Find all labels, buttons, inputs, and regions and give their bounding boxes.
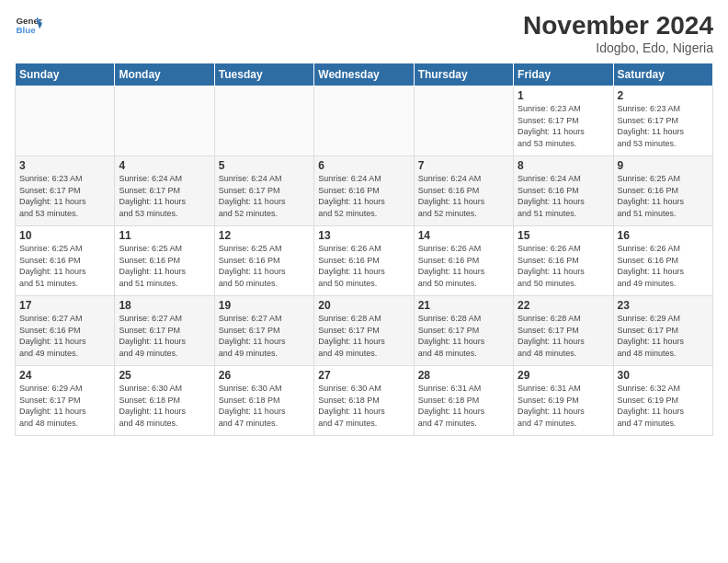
day-cell: 26Sunrise: 6:30 AM Sunset: 6:18 PM Dayli…: [214, 366, 313, 436]
day-number: 18: [119, 299, 210, 312]
day-info: Sunrise: 6:28 AM Sunset: 6:17 PM Dayligh…: [418, 313, 509, 359]
day-info: Sunrise: 6:23 AM Sunset: 6:17 PM Dayligh…: [618, 103, 709, 149]
day-number: 17: [19, 299, 110, 312]
title-section: November 2024 Idogbo, Edo, Nigeria: [523, 11, 713, 55]
day-cell: 25Sunrise: 6:30 AM Sunset: 6:18 PM Dayli…: [115, 366, 214, 436]
day-number: 21: [418, 299, 509, 312]
day-header-monday: Monday: [115, 63, 214, 86]
day-info: Sunrise: 6:24 AM Sunset: 6:16 PM Dayligh…: [518, 173, 609, 219]
day-number: 8: [518, 159, 609, 172]
day-cell: 27Sunrise: 6:30 AM Sunset: 6:18 PM Dayli…: [314, 366, 414, 436]
day-cell: 16Sunrise: 6:26 AM Sunset: 6:16 PM Dayli…: [613, 226, 712, 296]
day-info: Sunrise: 6:27 AM Sunset: 6:16 PM Dayligh…: [19, 313, 110, 359]
day-number: 25: [119, 369, 210, 382]
day-cell: [214, 86, 313, 156]
day-cell: 21Sunrise: 6:28 AM Sunset: 6:17 PM Dayli…: [414, 296, 513, 366]
day-cell: 4Sunrise: 6:24 AM Sunset: 6:17 PM Daylig…: [115, 156, 214, 226]
day-header-thursday: Thursday: [414, 63, 513, 86]
day-cell: 19Sunrise: 6:27 AM Sunset: 6:17 PM Dayli…: [214, 296, 313, 366]
day-number: 2: [618, 89, 709, 102]
week-row-3: 10Sunrise: 6:25 AM Sunset: 6:16 PM Dayli…: [16, 226, 713, 296]
day-number: 20: [318, 299, 409, 312]
day-info: Sunrise: 6:26 AM Sunset: 6:16 PM Dayligh…: [618, 243, 709, 289]
day-number: 5: [219, 159, 310, 172]
day-header-tuesday: Tuesday: [214, 63, 313, 86]
day-info: Sunrise: 6:25 AM Sunset: 6:16 PM Dayligh…: [119, 243, 210, 289]
day-info: Sunrise: 6:23 AM Sunset: 6:17 PM Dayligh…: [518, 103, 609, 149]
day-cell: 29Sunrise: 6:31 AM Sunset: 6:19 PM Dayli…: [514, 366, 613, 436]
day-number: 4: [119, 159, 210, 172]
day-info: Sunrise: 6:31 AM Sunset: 6:18 PM Dayligh…: [418, 383, 509, 429]
day-cell: 23Sunrise: 6:29 AM Sunset: 6:17 PM Dayli…: [613, 296, 712, 366]
day-info: Sunrise: 6:30 AM Sunset: 6:18 PM Dayligh…: [219, 383, 310, 429]
day-info: Sunrise: 6:30 AM Sunset: 6:18 PM Dayligh…: [119, 383, 210, 429]
day-cell: 18Sunrise: 6:27 AM Sunset: 6:17 PM Dayli…: [115, 296, 214, 366]
day-cell: 13Sunrise: 6:26 AM Sunset: 6:16 PM Dayli…: [314, 226, 414, 296]
page: General Blue November 2024 Idogbo, Edo, …: [0, 0, 728, 563]
day-cell: 10Sunrise: 6:25 AM Sunset: 6:16 PM Dayli…: [16, 226, 115, 296]
day-cell: 17Sunrise: 6:27 AM Sunset: 6:16 PM Dayli…: [16, 296, 115, 366]
day-header-friday: Friday: [514, 63, 613, 86]
main-title: November 2024: [523, 11, 713, 40]
day-info: Sunrise: 6:26 AM Sunset: 6:16 PM Dayligh…: [318, 243, 409, 289]
day-number: 12: [219, 229, 310, 242]
day-number: 22: [518, 299, 609, 312]
day-cell: 28Sunrise: 6:31 AM Sunset: 6:18 PM Dayli…: [414, 366, 513, 436]
day-info: Sunrise: 6:26 AM Sunset: 6:16 PM Dayligh…: [518, 243, 609, 289]
day-cell: 15Sunrise: 6:26 AM Sunset: 6:16 PM Dayli…: [514, 226, 613, 296]
day-info: Sunrise: 6:32 AM Sunset: 6:19 PM Dayligh…: [618, 383, 709, 429]
day-info: Sunrise: 6:30 AM Sunset: 6:18 PM Dayligh…: [318, 383, 409, 429]
day-cell: 2Sunrise: 6:23 AM Sunset: 6:17 PM Daylig…: [613, 86, 712, 156]
day-info: Sunrise: 6:27 AM Sunset: 6:17 PM Dayligh…: [119, 313, 210, 359]
day-number: 10: [19, 229, 110, 242]
week-row-4: 17Sunrise: 6:27 AM Sunset: 6:16 PM Dayli…: [16, 296, 713, 366]
day-info: Sunrise: 6:25 AM Sunset: 6:16 PM Dayligh…: [19, 243, 110, 289]
day-cell: 3Sunrise: 6:23 AM Sunset: 6:17 PM Daylig…: [16, 156, 115, 226]
day-number: 19: [219, 299, 310, 312]
day-number: 6: [318, 159, 409, 172]
day-cell: 9Sunrise: 6:25 AM Sunset: 6:16 PM Daylig…: [613, 156, 712, 226]
day-number: 14: [418, 229, 509, 242]
day-cell: 11Sunrise: 6:25 AM Sunset: 6:16 PM Dayli…: [115, 226, 214, 296]
week-row-1: 1Sunrise: 6:23 AM Sunset: 6:17 PM Daylig…: [16, 86, 713, 156]
day-cell: 24Sunrise: 6:29 AM Sunset: 6:17 PM Dayli…: [16, 366, 115, 436]
header-row: SundayMondayTuesdayWednesdayThursdayFrid…: [16, 63, 713, 86]
day-header-wednesday: Wednesday: [314, 63, 414, 86]
week-row-2: 3Sunrise: 6:23 AM Sunset: 6:17 PM Daylig…: [16, 156, 713, 226]
day-info: Sunrise: 6:25 AM Sunset: 6:16 PM Dayligh…: [618, 173, 709, 219]
day-cell: 12Sunrise: 6:25 AM Sunset: 6:16 PM Dayli…: [214, 226, 313, 296]
day-cell: 20Sunrise: 6:28 AM Sunset: 6:17 PM Dayli…: [314, 296, 414, 366]
day-info: Sunrise: 6:29 AM Sunset: 6:17 PM Dayligh…: [618, 313, 709, 359]
day-number: 3: [19, 159, 110, 172]
day-number: 28: [418, 369, 509, 382]
day-number: 1: [518, 89, 609, 102]
day-info: Sunrise: 6:31 AM Sunset: 6:19 PM Dayligh…: [518, 383, 609, 429]
day-info: Sunrise: 6:29 AM Sunset: 6:17 PM Dayligh…: [19, 383, 110, 429]
day-cell: 14Sunrise: 6:26 AM Sunset: 6:16 PM Dayli…: [414, 226, 513, 296]
week-row-5: 24Sunrise: 6:29 AM Sunset: 6:17 PM Dayli…: [16, 366, 713, 436]
day-number: 23: [618, 299, 709, 312]
day-number: 11: [119, 229, 210, 242]
day-info: Sunrise: 6:24 AM Sunset: 6:17 PM Dayligh…: [119, 173, 210, 219]
day-number: 27: [318, 369, 409, 382]
day-info: Sunrise: 6:26 AM Sunset: 6:16 PM Dayligh…: [418, 243, 509, 289]
day-cell: 6Sunrise: 6:24 AM Sunset: 6:16 PM Daylig…: [314, 156, 414, 226]
day-number: 13: [318, 229, 409, 242]
day-number: 9: [618, 159, 709, 172]
day-cell: 30Sunrise: 6:32 AM Sunset: 6:19 PM Dayli…: [613, 366, 712, 436]
day-cell: 5Sunrise: 6:24 AM Sunset: 6:17 PM Daylig…: [214, 156, 313, 226]
day-cell: [314, 86, 414, 156]
day-header-sunday: Sunday: [16, 63, 115, 86]
day-cell: [414, 86, 513, 156]
day-number: 24: [19, 369, 110, 382]
subtitle: Idogbo, Edo, Nigeria: [523, 40, 713, 55]
day-number: 16: [618, 229, 709, 242]
svg-text:Blue: Blue: [17, 25, 37, 35]
day-cell: [16, 86, 115, 156]
day-cell: 1Sunrise: 6:23 AM Sunset: 6:17 PM Daylig…: [514, 86, 613, 156]
day-number: 29: [518, 369, 609, 382]
day-number: 30: [618, 369, 709, 382]
day-info: Sunrise: 6:25 AM Sunset: 6:16 PM Dayligh…: [219, 243, 310, 289]
day-info: Sunrise: 6:27 AM Sunset: 6:17 PM Dayligh…: [219, 313, 310, 359]
day-number: 15: [518, 229, 609, 242]
